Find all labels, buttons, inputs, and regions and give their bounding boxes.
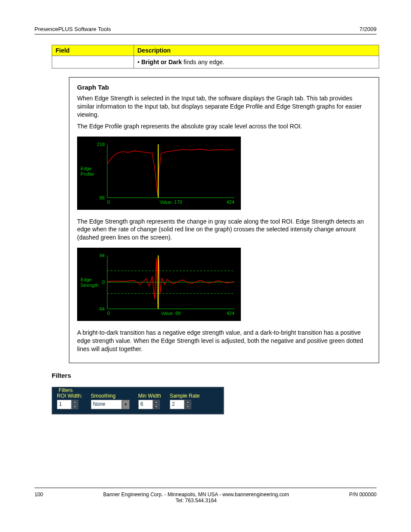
graph-tab-p3: The Edge Strength graph represents the c… — [77, 218, 371, 242]
filters-legend: Filters — [57, 387, 75, 393]
cell-description: • Bright or Dark finds any edge. — [134, 56, 379, 68]
spin-down-icon[interactable]: ▼ — [153, 404, 160, 409]
graph-tab-box: Graph Tab When Edge Strength is selected… — [69, 77, 379, 363]
svg-text:0: 0 — [107, 199, 110, 205]
smoothing-dropdown[interactable]: None ▼ — [91, 400, 130, 409]
sample-rate-value[interactable]: 2 — [170, 400, 184, 409]
graph-tab-title: Graph Tab — [77, 84, 371, 91]
desc-bold: Bright or Dark — [141, 59, 182, 65]
desc-rest: finds any edge. — [182, 59, 224, 65]
filters-heading: Filters — [52, 372, 377, 379]
svg-text:0: 0 — [107, 311, 110, 316]
svg-text:424: 424 — [227, 311, 234, 316]
roi-width-spinner[interactable]: 1 ▲ ▼ — [57, 400, 82, 409]
footer-page-number: 100 — [34, 492, 43, 504]
roi-width-value[interactable]: 1 — [57, 400, 72, 409]
filters-panel: Filters ROI Width: 1 ▲ ▼ Smoothing None … — [52, 387, 224, 414]
graph-tab-p4: A bright-to-dark transition has a negati… — [77, 329, 371, 353]
header-left: PresencePLUS Software Tools — [34, 26, 111, 32]
min-width-spinner[interactable]: 6 ▲ ▼ — [138, 400, 161, 409]
smoothing-label: Smoothing — [91, 393, 130, 399]
th-field: Field — [52, 45, 134, 56]
cell-field — [52, 56, 134, 68]
smoothing-value[interactable]: None — [91, 400, 122, 409]
svg-text:Value:  170: Value: 170 — [160, 199, 182, 205]
table-row: • Bright or Dark finds any edge. — [52, 56, 379, 68]
chevron-down-icon[interactable]: ▼ — [122, 400, 130, 409]
bullet: • — [137, 59, 140, 65]
page-header: PresencePLUS Software Tools 7/2009 — [34, 26, 377, 34]
edge-profile-graph: 862180424Value: 170EdgeProfile — [77, 137, 241, 210]
footer-company: Banner Engineering Corp. - Minneapolis, … — [43, 492, 349, 498]
graph-tab-p2: The Edge Profile graph represents the ab… — [77, 122, 371, 131]
edge-strength-graph: -940940424Value: 88EdgeStrength — [77, 248, 241, 321]
header-right: 7/2009 — [359, 26, 377, 32]
sample-rate-label: Sample Rate — [170, 393, 199, 399]
svg-text:Edge: Edge — [81, 277, 92, 282]
svg-text:86: 86 — [100, 195, 105, 200]
spin-up-icon[interactable]: ▲ — [184, 400, 191, 404]
svg-text:Edge: Edge — [81, 165, 92, 171]
page-footer: 100 Banner Engineering Corp. - Minneapol… — [34, 488, 377, 504]
min-width-label: Min Width — [138, 393, 161, 399]
footer-pn: P/N 000000 — [349, 492, 377, 504]
svg-text:94: 94 — [100, 253, 105, 258]
th-description: Description — [134, 45, 379, 56]
svg-text:-94: -94 — [98, 306, 105, 311]
svg-text:0: 0 — [102, 280, 105, 285]
footer-tel: Tel: 763.544.3164 — [43, 498, 349, 504]
svg-text:Value:  88: Value: 88 — [161, 311, 181, 316]
graph-tab-p1: When Edge Strength is selected in the In… — [77, 94, 371, 119]
roi-width-label: ROI Width: — [57, 393, 82, 399]
svg-text:Strength: Strength — [81, 283, 99, 288]
svg-text:218: 218 — [97, 142, 105, 147]
spin-down-icon[interactable]: ▼ — [184, 404, 191, 409]
min-width-value[interactable]: 6 — [138, 400, 153, 409]
spin-up-icon[interactable]: ▲ — [153, 400, 160, 404]
svg-text:424: 424 — [227, 199, 234, 205]
svg-text:Profile: Profile — [81, 171, 94, 176]
field-description-table: Field Description • Bright or Dark finds… — [52, 45, 379, 68]
spin-down-icon[interactable]: ▼ — [72, 404, 78, 409]
sample-rate-spinner[interactable]: 2 ▲ ▼ — [170, 400, 199, 409]
spin-up-icon[interactable]: ▲ — [72, 400, 78, 404]
